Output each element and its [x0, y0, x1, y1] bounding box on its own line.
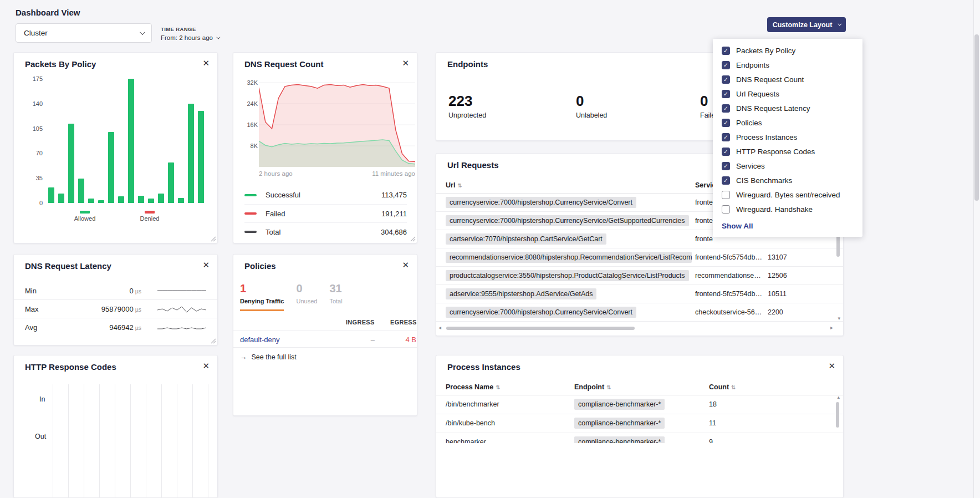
resize-handle-icon[interactable]: [410, 236, 416, 242]
stat-total[interactable]: 31 Total: [329, 282, 342, 311]
x-label-end: 11 minutes ago: [372, 170, 415, 177]
unchecked-checkbox-icon[interactable]: [722, 205, 730, 214]
column-label: Url: [446, 181, 455, 189]
menu-item-process-instances[interactable]: ✓Process Instances: [713, 130, 862, 144]
column-header-url[interactable]: Url⇅: [446, 181, 462, 189]
menu-item-packets-by-policy[interactable]: ✓Packets By Policy: [713, 43, 862, 58]
column-header-process-name[interactable]: Process Name⇅: [446, 383, 501, 391]
checked-checkbox-icon[interactable]: ✓: [722, 75, 730, 84]
table-row[interactable]: adservice:9555/hipstershop.AdService/Get…: [436, 285, 843, 303]
egress-value: 4 B: [383, 336, 416, 344]
scroll-down-icon[interactable]: ▾: [838, 316, 840, 321]
menu-item-url-requests[interactable]: ✓Url Requests: [713, 87, 862, 101]
x-axis-label-allowed: Allowed: [65, 215, 104, 222]
table-row[interactable]: productcatalogservice:3550/hipstershop.P…: [436, 267, 843, 285]
checked-checkbox-icon[interactable]: ✓: [722, 47, 730, 55]
close-icon[interactable]: ✕: [202, 361, 210, 371]
menu-item-endpoints[interactable]: ✓Endpoints: [713, 58, 862, 72]
customize-layout-button[interactable]: Customize Layout: [767, 17, 846, 32]
x-label-start: 2 hours ago: [259, 170, 293, 177]
menu-item-dns-request-latency[interactable]: ✓DNS Request Latency: [713, 101, 862, 115]
table-row[interactable]: currencyservice:7000/hipstershop.Currenc…: [436, 303, 843, 322]
checked-checkbox-icon[interactable]: ✓: [722, 176, 730, 185]
bar: [158, 194, 164, 203]
table-header: Process Name⇅ Endpoint⇅ Count⇅: [436, 381, 843, 395]
stat-unused[interactable]: 0 Unused: [296, 282, 317, 311]
card-title: HTTP Response Codes: [25, 362, 116, 372]
stat-value: 1: [240, 282, 284, 295]
close-icon[interactable]: ✕: [202, 260, 210, 270]
menu-item-wireguard-handshake[interactable]: Wireguard. Handshake: [713, 202, 862, 216]
table-row[interactable]: recommendationservice:8080/hipstershop.R…: [436, 248, 843, 267]
y-tick-label: 24K: [247, 100, 258, 107]
close-icon[interactable]: ✕: [202, 58, 210, 68]
menu-item-wireguard-bytes-sent-received[interactable]: Wireguard. Bytes sent/received: [713, 187, 862, 202]
checked-checkbox-icon[interactable]: ✓: [722, 104, 730, 113]
card-title: Packets By Policy: [25, 59, 96, 69]
checked-checkbox-icon[interactable]: ✓: [722, 133, 730, 141]
column-header-endpoint[interactable]: Endpoint⇅: [574, 383, 611, 391]
unchecked-checkbox-icon[interactable]: [722, 191, 730, 199]
column-label: Count: [709, 383, 729, 391]
close-icon[interactable]: ✕: [402, 58, 409, 68]
table-row[interactable]: /bin/kube-benchcompliance-benchmarker-*1…: [436, 414, 843, 433]
page-scrollbar[interactable]: [973, 0, 980, 498]
table-row[interactable]: /bin/benchmarkercompliance-benchmarker-*…: [436, 395, 843, 414]
checked-checkbox-icon[interactable]: ✓: [722, 90, 730, 98]
count-cell: 10511: [768, 290, 787, 298]
url-cell: cartservice:7070/hipstershop.CartService…: [446, 233, 606, 245]
scroll-right-icon[interactable]: ▸: [830, 324, 833, 331]
resize-handle-icon[interactable]: [211, 236, 216, 242]
show-all-link[interactable]: Show All: [713, 216, 862, 233]
table-row[interactable]: default-deny – 4 B: [233, 331, 417, 348]
view-select[interactable]: Cluster: [16, 23, 152, 43]
checked-checkbox-icon[interactable]: ✓: [722, 162, 730, 170]
service-cell: recommendationse…: [695, 272, 764, 280]
column-label: Endpoint: [574, 383, 604, 391]
menu-item-label: Policies: [736, 119, 762, 127]
menu-item-policies[interactable]: ✓Policies: [713, 115, 862, 130]
page-scrollbar-thumb[interactable]: [974, 34, 979, 201]
menu-item-dns-request-count[interactable]: ✓DNS Request Count: [713, 72, 862, 87]
card-title: Url Requests: [447, 160, 499, 170]
resize-handle-icon[interactable]: [211, 338, 216, 344]
scroll-up-icon[interactable]: ▴: [837, 394, 840, 400]
url-cell: productcatalogservice:3550/hipstershop.P…: [446, 270, 689, 281]
checked-checkbox-icon[interactable]: ✓: [722, 148, 730, 156]
latency-value: 0µs: [58, 287, 141, 295]
policy-name-link[interactable]: default-deny: [240, 336, 280, 344]
stat-value: 223: [448, 93, 486, 110]
menu-item-services[interactable]: ✓Services: [713, 159, 862, 173]
url-cell: currencyservice:7000/hipstershop.Currenc…: [446, 215, 689, 226]
horizontal-scrollbar[interactable]: ◂ ▸: [438, 324, 841, 332]
close-icon[interactable]: ✕: [402, 260, 409, 270]
vertical-scrollbar-thumb[interactable]: [836, 402, 839, 428]
checked-checkbox-icon[interactable]: ✓: [722, 61, 730, 69]
scroll-left-icon[interactable]: ◂: [438, 324, 441, 331]
scrollbar-thumb[interactable]: [446, 327, 635, 330]
x-axis-label-denied: Denied: [130, 215, 169, 222]
table-row[interactable]: benchmarkercompliance-benchmarker-*9: [436, 433, 843, 443]
stat-denying-traffic[interactable]: 1 Denying Traffic: [240, 282, 284, 311]
menu-item-label: Packets By Policy: [736, 47, 795, 55]
y-axis-ticks: 17514010570350: [24, 75, 43, 206]
checked-checkbox-icon[interactable]: ✓: [722, 119, 730, 127]
packets-by-policy-card: Packets By Policy ✕ 17514010570350 Allow…: [13, 52, 218, 243]
close-icon[interactable]: ✕: [828, 361, 835, 371]
y-axis-ticks: 32K24K16K8K: [241, 79, 258, 149]
legend-label: Failed: [266, 210, 285, 218]
column-header-count[interactable]: Count⇅: [709, 383, 736, 391]
denied-swatch: [145, 211, 155, 214]
legend-swatch: [244, 231, 257, 233]
customize-layout-menu: ✓Packets By Policy✓Endpoints✓DNS Request…: [713, 39, 862, 237]
menu-item-cis-benchmarks[interactable]: ✓CIS Benchmarks: [713, 173, 862, 187]
see-full-list-link[interactable]: → See the full list: [240, 353, 297, 361]
menu-item-http-response-codes[interactable]: ✓HTTP Response Codes: [713, 144, 862, 159]
service-cell: frontend-5fc5754db…: [695, 253, 764, 261]
legend-swatch: [244, 194, 257, 196]
bar: [48, 187, 54, 203]
latency-rows: Min0µsMax95879000µsAvg946942µs: [14, 282, 217, 337]
time-range: TIME RANGE From: 2 hours ago: [161, 26, 219, 41]
card-title: DNS Request Latency: [25, 261, 111, 271]
time-range-from[interactable]: From: 2 hours ago: [161, 34, 219, 41]
